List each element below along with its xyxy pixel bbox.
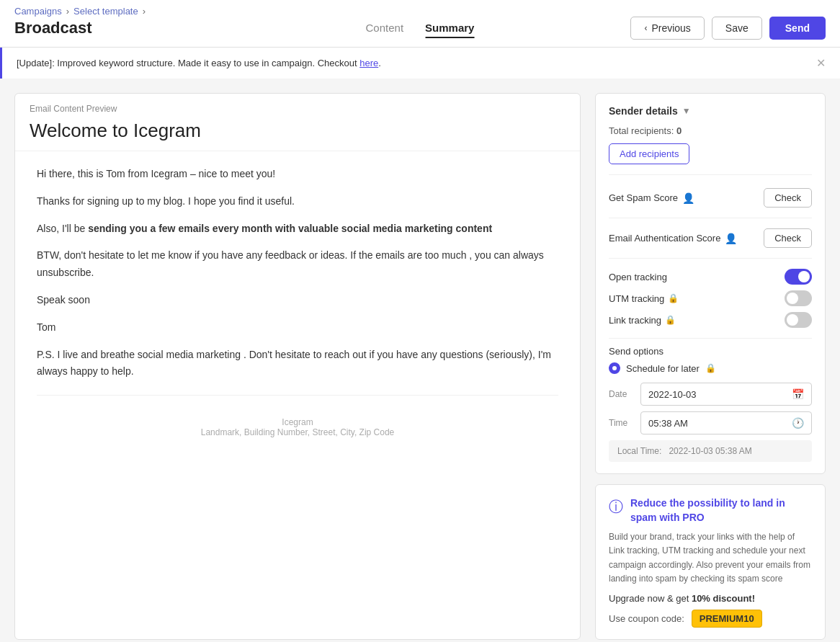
clock-icon: 🕐 <box>792 417 804 429</box>
schedule-lock-icon: 🔒 <box>705 363 716 373</box>
time-row: Time 05:38 AM 🕐 <box>609 411 812 434</box>
info-icon: ⓘ <box>609 497 623 517</box>
local-time-box: Local Time: 2022-10-03 05:38 AM <box>609 440 812 462</box>
email-subject: Welcome to Icegram <box>15 114 580 151</box>
link-tracking-row: Link tracking 🔒 <box>609 309 812 331</box>
notification-text: [Update]: Improved keyword structure. Ma… <box>17 58 359 68</box>
tab-summary[interactable]: Summary <box>425 19 474 38</box>
utm-tracking-toggle[interactable] <box>785 290 812 306</box>
email-body: Hi there, this is Tom from Icegram – nic… <box>37 166 558 380</box>
time-input[interactable]: 05:38 AM 🕐 <box>640 411 812 434</box>
tab-content[interactable]: Content <box>366 19 404 38</box>
calendar-icon: 📅 <box>792 388 804 400</box>
utm-lock-icon: 🔒 <box>668 293 679 303</box>
link-tracking-toggle[interactable] <box>785 312 812 328</box>
chevron-left-icon: ‹ <box>644 23 647 33</box>
sender-details-title: Sender details ▼ <box>609 105 691 117</box>
auth-score-row: Email Authentication Score 👤 Check <box>609 226 812 251</box>
spam-check-button[interactable]: Check <box>764 188 812 208</box>
breadcrumb: Campaigns › Select template › <box>14 6 826 17</box>
link-lock-icon: 🔒 <box>665 315 676 325</box>
auth-check-button[interactable]: Check <box>764 228 812 248</box>
radio-schedule[interactable] <box>609 362 620 374</box>
send-options-section: Send options Schedule for later 🔒 Date 2… <box>609 346 812 462</box>
spam-icon: 👤 <box>682 192 694 204</box>
notification-bar: [Update]: Improved keyword structure. Ma… <box>0 48 840 79</box>
add-recipients-button[interactable]: Add recipients <box>609 143 689 164</box>
utm-tracking-row: UTM tracking 🔒 <box>609 287 812 309</box>
footer-company: Icegram <box>37 417 558 427</box>
footer-address: Landmark, Building Number, Street, City,… <box>37 427 558 437</box>
breadcrumb-sep-2: › <box>143 6 146 17</box>
open-tracking-row: Open tracking <box>609 266 812 287</box>
chevron-down-icon: ▼ <box>682 106 691 116</box>
schedule-row: Schedule for later 🔒 <box>609 362 812 374</box>
pro-upgrade-card: ⓘ Reduce the possibility to land in spam… <box>595 484 826 640</box>
date-row: Date 2022-10-03 📅 <box>609 383 812 406</box>
pro-description: Build your brand, track your links with … <box>609 530 812 586</box>
recipients-row: Total recipients: 0 <box>609 125 812 136</box>
preview-label: Email Content Preview <box>15 94 580 114</box>
save-button[interactable]: Save <box>712 17 762 40</box>
breadcrumb-select-template[interactable]: Select template <box>73 6 138 17</box>
pro-title: Reduce the possibility to land in spam w… <box>630 496 812 525</box>
coupon-code-badge: PREMIUM10 <box>692 610 762 628</box>
auth-icon: 👤 <box>725 233 737 244</box>
send-button[interactable]: Send <box>769 17 826 40</box>
breadcrumb-sep-1: › <box>66 6 69 17</box>
coupon-row: Use coupon code: PREMIUM10 <box>609 610 812 628</box>
open-tracking-toggle[interactable] <box>785 269 812 285</box>
notification-link[interactable]: here <box>359 58 378 68</box>
spam-score-row: Get Spam Score 👤 Check <box>609 185 812 210</box>
previous-button[interactable]: ‹ Previous <box>630 17 704 40</box>
upgrade-text: Upgrade now & get 10% discount! <box>609 593 812 604</box>
date-input[interactable]: 2022-10-03 📅 <box>640 383 812 406</box>
close-notification-button[interactable]: ✕ <box>816 56 826 70</box>
breadcrumb-campaigns[interactable]: Campaigns <box>14 6 62 17</box>
page-title: Broadcast <box>14 19 92 37</box>
